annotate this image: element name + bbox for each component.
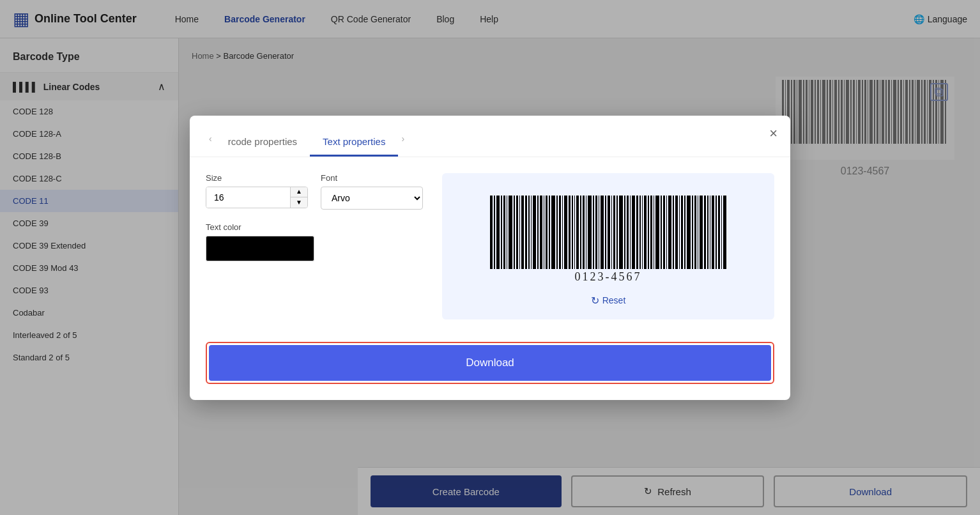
size-group: Size ▲ ▼ <box>206 173 308 210</box>
svg-rect-99 <box>611 196 612 269</box>
svg-rect-78 <box>546 196 547 269</box>
svg-rect-75 <box>537 196 539 269</box>
svg-rect-104 <box>627 196 629 269</box>
svg-rect-112 <box>650 196 652 269</box>
modal-header: ‹ rcode properties Text properties › × <box>190 116 790 157</box>
svg-rect-92 <box>588 196 592 269</box>
reset-icon: ↻ <box>591 295 599 307</box>
svg-rect-94 <box>595 196 597 269</box>
reset-link[interactable]: ↻ Reset <box>591 295 626 307</box>
text-color-swatch[interactable] <box>206 236 314 261</box>
svg-rect-106 <box>632 196 635 269</box>
size-input[interactable] <box>206 187 290 208</box>
svg-rect-64 <box>503 196 505 269</box>
download-btn-wrapper: Download <box>206 342 774 384</box>
svg-rect-72 <box>528 196 530 269</box>
modal-body: Size ▲ ▼ Font Arvo Ari <box>190 157 790 335</box>
modal-close-button[interactable]: × <box>769 125 777 142</box>
modal-tab-rcode[interactable]: rcode properties <box>215 128 310 157</box>
svg-rect-91 <box>586 196 586 269</box>
svg-rect-88 <box>576 196 579 269</box>
size-decrement-button[interactable]: ▼ <box>291 197 307 208</box>
size-input-wrapper: ▲ ▼ <box>206 187 308 208</box>
svg-rect-76 <box>540 196 542 269</box>
svg-rect-89 <box>580 196 581 269</box>
modal-left-panel: Size ▲ ▼ Font Arvo Ari <box>206 173 423 319</box>
modal-footer: Download <box>190 335 790 400</box>
svg-rect-125 <box>692 196 693 269</box>
svg-rect-134 <box>718 196 720 269</box>
svg-rect-69 <box>519 196 520 269</box>
svg-rect-102 <box>619 196 623 269</box>
size-font-row: Size ▲ ▼ Font Arvo Ari <box>206 173 423 210</box>
svg-rect-77 <box>544 196 544 269</box>
svg-rect-107 <box>636 196 638 269</box>
modal-overlay[interactable]: ‹ rcode properties Text properties › × S… <box>0 0 980 515</box>
modal-barcode-svg: 0123-4567 <box>484 192 733 282</box>
svg-rect-132 <box>712 196 714 269</box>
svg-rect-116 <box>663 196 665 269</box>
svg-rect-105 <box>630 196 631 269</box>
svg-rect-109 <box>642 196 643 269</box>
svg-rect-115 <box>661 196 662 269</box>
svg-rect-129 <box>704 196 706 269</box>
svg-rect-124 <box>687 196 691 269</box>
svg-rect-68 <box>516 196 518 269</box>
svg-rect-67 <box>514 196 515 269</box>
svg-rect-131 <box>710 196 710 269</box>
svg-rect-127 <box>698 196 698 269</box>
modal-tab-next-arrow[interactable]: › <box>398 134 408 143</box>
svg-rect-90 <box>583 196 585 269</box>
svg-rect-65 <box>507 196 507 269</box>
svg-rect-110 <box>644 196 647 269</box>
svg-rect-61 <box>494 196 495 269</box>
svg-rect-79 <box>549 196 550 269</box>
svg-rect-100 <box>613 196 615 269</box>
modal-barcode-preview: 0123-4567 ↻ Reset <box>442 173 774 319</box>
size-label: Size <box>206 173 308 183</box>
svg-rect-82 <box>559 196 561 269</box>
svg-rect-136 <box>723 196 726 269</box>
size-increment-button[interactable]: ▲ <box>291 187 307 198</box>
svg-rect-95 <box>599 196 599 269</box>
svg-rect-85 <box>569 196 570 269</box>
modal-tab-text[interactable]: Text properties <box>310 128 398 157</box>
svg-rect-84 <box>564 196 567 269</box>
svg-rect-62 <box>496 196 500 269</box>
svg-rect-87 <box>574 196 575 269</box>
svg-rect-113 <box>654 196 654 269</box>
svg-rect-114 <box>655 196 659 269</box>
svg-rect-135 <box>721 196 722 269</box>
svg-rect-96 <box>601 196 604 269</box>
svg-rect-103 <box>624 196 625 269</box>
svg-rect-126 <box>694 196 696 269</box>
svg-rect-119 <box>673 196 674 269</box>
svg-rect-98 <box>608 196 610 269</box>
svg-rect-83 <box>562 196 563 269</box>
modal-download-button[interactable]: Download <box>209 345 771 381</box>
svg-rect-81 <box>556 196 558 269</box>
svg-rect-128 <box>700 196 703 269</box>
text-color-label: Text color <box>206 222 423 232</box>
svg-rect-80 <box>551 196 555 269</box>
svg-rect-122 <box>681 196 683 269</box>
svg-rect-63 <box>501 196 502 269</box>
svg-rect-101 <box>616 196 618 269</box>
svg-rect-108 <box>639 196 641 269</box>
svg-rect-73 <box>531 196 532 269</box>
text-color-group: Text color <box>206 222 423 261</box>
svg-rect-118 <box>668 196 671 269</box>
font-label: Font <box>321 173 423 183</box>
svg-rect-123 <box>684 196 685 269</box>
svg-rect-74 <box>533 196 536 269</box>
svg-rect-60 <box>490 196 493 269</box>
modal-tab-prev-arrow[interactable]: ‹ <box>206 134 215 143</box>
svg-rect-66 <box>509 196 512 269</box>
font-select[interactable]: Arvo Arial Times New Roman Courier Georg… <box>321 187 423 210</box>
svg-rect-130 <box>707 196 708 269</box>
svg-rect-120 <box>675 196 678 269</box>
svg-rect-97 <box>605 196 606 269</box>
svg-rect-111 <box>648 196 649 269</box>
reset-label: Reset <box>602 295 626 305</box>
svg-rect-70 <box>521 196 524 269</box>
